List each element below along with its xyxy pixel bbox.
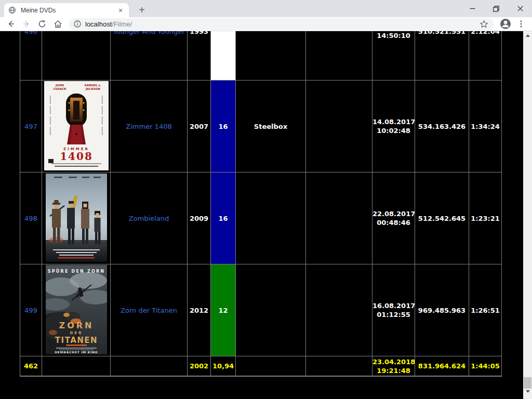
date-cell: 14.08.2017 10:02:48: [373, 81, 415, 172]
back-button[interactable]: [3, 17, 19, 31]
summary-runtime-cell: 1:44:05: [469, 356, 502, 377]
runtime-cell: 1:26:51: [469, 264, 502, 356]
restore-button[interactable]: [484, 0, 508, 17]
movie-title-link[interactable]: Zorn der Titanen: [121, 307, 177, 314]
svg-text:JACKSON: JACKSON: [85, 87, 100, 91]
movie-id-cell: 499: [20, 264, 42, 356]
date-cell: 14:50:10: [373, 31, 415, 81]
age-rating-cell: 16: [211, 172, 236, 264]
year-cell: 2007: [188, 81, 211, 172]
poster-zimmer-1408[interactable]: JOHN CUSACK SAMUEL L. JACKSON: [44, 81, 109, 170]
window-controls: [460, 0, 532, 17]
tab-favicon-globe-icon: [8, 6, 16, 14]
home-button[interactable]: [50, 17, 65, 31]
movie-id-link[interactable]: 499: [24, 307, 37, 314]
time-line: 10:02:48: [373, 126, 415, 135]
time-line: 14:50:10: [373, 31, 415, 40]
reload-button[interactable]: [34, 17, 50, 31]
menu-dots-icon[interactable]: [513, 17, 529, 31]
time-line: 01:12:55: [373, 310, 415, 319]
movie-title-link[interactable]: Younger And Younger: [113, 31, 184, 35]
url-host: localhost: [85, 20, 112, 28]
movie-id-cell: 497: [20, 81, 42, 172]
size-cell: 512.542.645: [415, 172, 469, 264]
empty-cell: [306, 31, 373, 81]
empty-cell: [306, 264, 373, 356]
poster-zorn-der-titanen[interactable]: SPÜRE DEN ZORN ZORN DER TITANEN DEMNÄCHS…: [46, 265, 107, 354]
bookmark-star-icon[interactable]: [480, 20, 488, 29]
poster-cell: SPÜRE DEN ZORN ZORN DER TITANEN DEMNÄCHS…: [42, 264, 111, 356]
minimize-button[interactable]: [460, 0, 484, 17]
movie-row-496-partial: 496 Younger And Younger 1993 0 14:50:10 …: [20, 31, 502, 81]
movie-id-link[interactable]: 498: [24, 215, 37, 222]
summary-size-cell: 831.964.624: [415, 356, 469, 377]
note-cell: Steelbox: [236, 81, 306, 172]
note-cell: [236, 264, 306, 356]
new-tab-button[interactable]: +: [135, 4, 149, 16]
summary-year-cell: 2002: [188, 356, 211, 377]
poster-cell: JOHN CUSACK SAMUEL L. JACKSON: [42, 81, 111, 172]
age-rating-cell: 0: [211, 31, 236, 81]
note-cell: [236, 31, 306, 81]
url-text[interactable]: localhost/Filme/: [85, 20, 132, 28]
triangle-up-icon: [526, 34, 530, 37]
summary-empty-cell: [306, 356, 373, 377]
date-cell: 22.08.2017 00:48:46: [373, 172, 415, 264]
svg-text:DEMNÄCHST IM KINO: DEMNÄCHST IM KINO: [55, 350, 98, 354]
time-line: 19:21:48: [373, 366, 415, 375]
browser-tab[interactable]: Meine DVDs ×: [4, 3, 129, 17]
svg-text:DER: DER: [70, 331, 83, 335]
movie-id-link[interactable]: 496: [24, 31, 37, 35]
browser-toolbar: localhost/Filme/: [0, 17, 532, 31]
time-line: 00:48:46: [373, 218, 415, 227]
year-cell: 2012: [188, 264, 211, 356]
close-button[interactable]: [508, 0, 532, 17]
size-cell: 969.485.963: [415, 264, 469, 356]
page-scrollbar[interactable]: [523, 31, 532, 399]
runtime-cell: 2:12:04: [469, 31, 502, 81]
summary-count-cell: 462: [20, 356, 42, 377]
forward-button[interactable]: [19, 17, 34, 31]
movie-id-cell: 498: [20, 172, 42, 264]
url-path: /Filme/: [112, 20, 132, 28]
note-cell: [236, 172, 306, 264]
browser-window: Meine DVDs × +: [0, 0, 532, 399]
date-line: 23.04.2018: [373, 357, 415, 366]
omnibox[interactable]: localhost/Filme/: [69, 18, 494, 30]
movie-row-497: 497 JOHN CUSACK SAMUEL L. JACKSON: [20, 81, 502, 172]
date-cell: 16.08.2017 01:12:55: [373, 264, 415, 356]
summary-date-cell: 23.04.2018 19:21:48: [373, 356, 415, 377]
date-line: 16.08.2017: [373, 301, 415, 310]
triangle-down-icon: [526, 390, 530, 393]
movie-row-498: 498: [20, 172, 502, 264]
page-viewport: 496 Younger And Younger 1993 0 14:50:10 …: [0, 31, 523, 399]
runtime-cell: 1:23:21: [469, 172, 502, 264]
avatar-icon[interactable]: [498, 17, 513, 31]
size-cell: 510.521.551: [415, 31, 469, 81]
year-cell: 1993: [188, 31, 211, 81]
movie-title-link[interactable]: Zimmer 1408: [126, 123, 171, 130]
age-rating-cell: 16: [211, 81, 236, 172]
site-info-icon[interactable]: [74, 20, 81, 28]
svg-text:SAMUEL L.: SAMUEL L.: [84, 84, 101, 87]
summary-note-cell: [236, 356, 306, 377]
movie-id-link[interactable]: 497: [24, 123, 37, 130]
svg-text:SPÜRE DEN ZORN: SPÜRE DEN ZORN: [47, 269, 104, 274]
date-line: 14.08.2017: [373, 117, 415, 126]
size-cell: 534.163.426: [415, 81, 469, 172]
tab-close-icon[interactable]: ×: [116, 6, 125, 15]
svg-text:ZORN: ZORN: [59, 321, 94, 330]
runtime-cell: 1:34:24: [469, 81, 502, 172]
scroll-down-button[interactable]: [523, 387, 532, 396]
year-cell: 2009: [188, 172, 211, 264]
movie-title-link[interactable]: Zombieland: [129, 215, 169, 222]
title-cell: Zorn der Titanen: [111, 264, 188, 356]
scroll-up-button[interactable]: [523, 31, 532, 40]
age-rating-cell: 12: [211, 264, 236, 356]
summary-title-cell: [111, 356, 188, 377]
poster-zombieland[interactable]: [46, 174, 107, 262]
title-cell: Younger And Younger: [111, 31, 188, 81]
tab-title: Meine DVDs: [21, 7, 116, 14]
summary-poster-cell: [42, 356, 111, 377]
empty-cell: [306, 172, 373, 264]
